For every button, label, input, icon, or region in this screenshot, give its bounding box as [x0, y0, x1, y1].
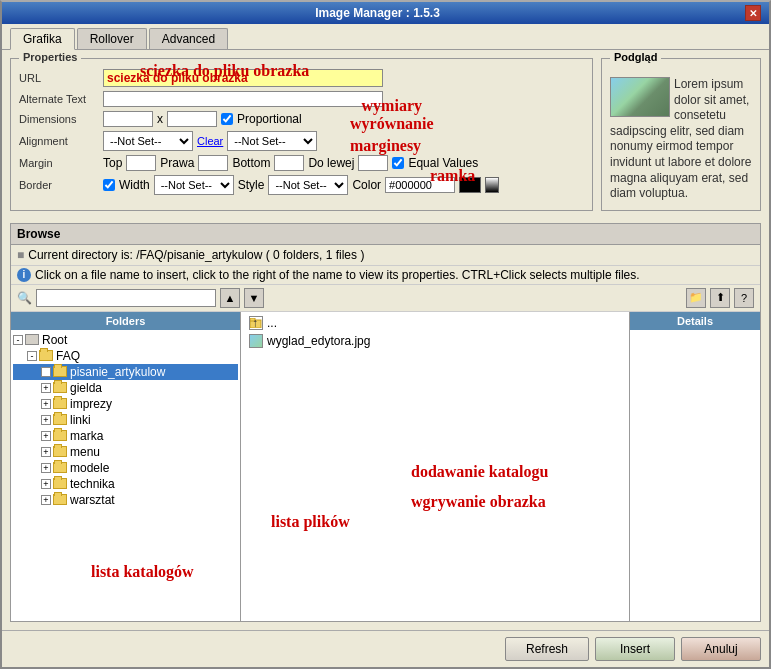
browse-panels: Folders - Root - — [11, 312, 760, 621]
upload-button[interactable]: ⬆ — [710, 288, 730, 308]
preview-label: Podgląd — [610, 51, 661, 63]
width-input[interactable] — [103, 111, 153, 127]
pisanie-label: pisanie_artykulow — [70, 365, 165, 379]
expand-pisanie[interactable]: + — [41, 367, 51, 377]
faq-folder-icon — [39, 350, 53, 361]
proportional-checkbox[interactable] — [221, 113, 233, 125]
expand-warsztat[interactable]: + — [41, 495, 51, 505]
alt-label: Alternate Text — [19, 93, 99, 105]
search-input[interactable] — [36, 289, 216, 307]
tree-item-menu[interactable]: + menu — [13, 444, 238, 460]
margin-bottom-input[interactable] — [274, 155, 304, 171]
expand-menu[interactable]: + — [41, 447, 51, 457]
color-input[interactable] — [385, 177, 455, 193]
url-input[interactable] — [103, 69, 383, 87]
sort-asc-button[interactable]: ▲ — [220, 288, 240, 308]
tree-item-imprezy[interactable]: + imprezy — [13, 396, 238, 412]
gielda-folder-icon — [53, 382, 67, 393]
tree-item-faq[interactable]: - FAQ — [13, 348, 238, 364]
tree-item-root[interactable]: - Root — [13, 332, 238, 348]
margin-row: Margin Top Prawa Bottom Do lewej Equal V… — [19, 155, 584, 171]
marka-label: marka — [70, 429, 103, 443]
margin-label: Margin — [19, 157, 99, 169]
modele-label: modele — [70, 461, 109, 475]
bottom-label: Bottom — [232, 156, 270, 170]
info-bar: i Click on a file name to insert, click … — [11, 266, 760, 285]
alignment-row: Alignment --Not Set-- Clear --Not Set-- — [19, 131, 584, 151]
expand-root[interactable]: - — [13, 335, 23, 345]
dimensions-row: Dimensions x Proportional — [19, 111, 584, 127]
dolowej-label: Do lewej — [308, 156, 354, 170]
tab-grafika[interactable]: Grafika — [10, 28, 75, 50]
margin-right-input[interactable] — [198, 155, 228, 171]
hdd-icon — [25, 334, 39, 345]
expand-imprezy[interactable]: + — [41, 399, 51, 409]
expand-faq[interactable]: - — [27, 351, 37, 361]
clear-button[interactable]: Clear — [197, 135, 223, 147]
current-dir-bar: ■ Current directory is: /FAQ/pisanie_art… — [11, 245, 760, 266]
expand-modele[interactable]: + — [41, 463, 51, 473]
search-bar: 🔍 ▲ ▼ 📁 ⬆ ? — [11, 285, 760, 312]
color-picker-button[interactable] — [485, 177, 499, 193]
image-file-icon — [249, 334, 263, 348]
modele-folder-icon — [53, 462, 67, 473]
tree-item-marka[interactable]: + marka — [13, 428, 238, 444]
equal-values-checkbox[interactable] — [392, 157, 404, 169]
margin-top-input[interactable] — [126, 155, 156, 171]
title-bar: Image Manager : 1.5.3 ✕ — [2, 2, 769, 24]
tab-advanced[interactable]: Advanced — [149, 28, 228, 49]
svg-text:↑: ↑ — [252, 318, 258, 328]
refresh-button[interactable]: Refresh — [505, 637, 589, 661]
border-style-select1[interactable]: --Not Set-- — [154, 175, 234, 195]
border-width-checkbox[interactable] — [103, 179, 115, 191]
expand-gielda[interactable]: + — [41, 383, 51, 393]
folders-tree: - Root - FAQ — [11, 330, 240, 621]
border-label: Border — [19, 179, 99, 191]
x-separator: x — [157, 112, 163, 126]
folders-panel: Folders - Root - — [11, 312, 241, 621]
properties-preview-row: Properties URL Alternate Text Dimensions — [10, 58, 761, 211]
tree-item-pisanie[interactable]: + pisanie_artykulow — [13, 364, 238, 380]
linki-folder-icon — [53, 414, 67, 425]
tree-item-technika[interactable]: + technika — [13, 476, 238, 492]
expand-linki[interactable]: + — [41, 415, 51, 425]
tree-item-warsztat[interactable]: + warsztat — [13, 492, 238, 508]
expand-technika[interactable]: + — [41, 479, 51, 489]
anuluj-button[interactable]: Anuluj — [681, 637, 761, 661]
properties-group: Properties URL Alternate Text Dimensions — [10, 58, 593, 211]
info-text: Click on a file name to insert, click to… — [35, 268, 640, 282]
expand-marka[interactable]: + — [41, 431, 51, 441]
help-button[interactable]: ? — [734, 288, 754, 308]
menu-label: menu — [70, 445, 100, 459]
file-item-up[interactable]: ↑ ... — [245, 314, 625, 332]
margin-left-input[interactable] — [358, 155, 388, 171]
tabs-bar: Grafika Rollover Advanced — [2, 24, 769, 50]
file-item-wyglad[interactable]: wyglad_edytora.jpg — [245, 332, 625, 350]
alignment-label: Alignment — [19, 135, 99, 147]
url-label: URL — [19, 72, 99, 84]
tree-item-linki[interactable]: + linki — [13, 412, 238, 428]
height-input[interactable] — [167, 111, 217, 127]
tab-rollover[interactable]: Rollover — [77, 28, 147, 49]
details-header: Details — [630, 312, 760, 330]
browse-group: Browse ■ Current directory is: /FAQ/pisa… — [10, 223, 761, 622]
imprezy-folder-icon — [53, 398, 67, 409]
up-label: ... — [267, 316, 277, 330]
new-folder-button[interactable]: 📁 — [686, 288, 706, 308]
main-content: Properties URL Alternate Text Dimensions — [2, 50, 769, 630]
alignment-select[interactable]: --Not Set-- — [103, 131, 193, 151]
imprezy-label: imprezy — [70, 397, 112, 411]
border-style-select2[interactable]: --Not Set-- — [268, 175, 348, 195]
sort-desc-button[interactable]: ▼ — [244, 288, 264, 308]
tree-item-modele[interactable]: + modele — [13, 460, 238, 476]
preview-box: Podgląd Lorem ipsum dolor sit amet, cons… — [601, 58, 761, 211]
files-list: ↑ ... wyglad_edytora.jpg — [241, 312, 629, 621]
marka-folder-icon — [53, 430, 67, 441]
alt-input[interactable] — [103, 91, 383, 107]
alignment-select2[interactable]: --Not Set-- — [227, 131, 317, 151]
close-button[interactable]: ✕ — [745, 5, 761, 21]
insert-button[interactable]: Insert — [595, 637, 675, 661]
tree-item-gielda[interactable]: + gielda — [13, 380, 238, 396]
equal-values-label: Equal Values — [408, 156, 478, 170]
info-icon: i — [17, 268, 31, 282]
